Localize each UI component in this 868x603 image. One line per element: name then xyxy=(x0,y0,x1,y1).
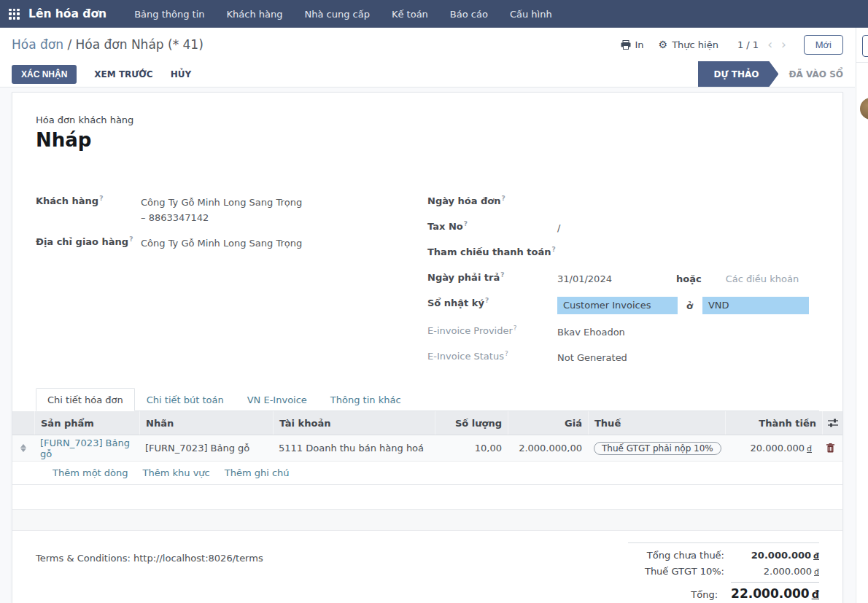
statusbar: DỰ THẢO ĐÃ VÀO SỔ xyxy=(698,61,843,87)
preview-button[interactable]: XEM TRƯỚC xyxy=(94,69,152,79)
nav-item-customers[interactable]: Khách hàng xyxy=(227,9,283,20)
action-menu-button[interactable]: ⚙ Thực hiện xyxy=(659,39,718,50)
in-label: ở xyxy=(686,298,693,314)
field-payment-ref: Tham chiếu thanh toán? xyxy=(427,246,819,261)
line-quantity[interactable]: 10,00 xyxy=(435,443,508,454)
status-posted[interactable]: ĐÃ VÀO SỔ xyxy=(778,61,843,87)
print-button[interactable]: In xyxy=(621,39,644,50)
chatter-divider xyxy=(856,62,868,63)
cancel-button[interactable]: HỦY xyxy=(171,69,191,79)
avatar[interactable] xyxy=(860,98,868,120)
field-einvoice-provider: E-invoice Provider? Bkav Ehoadon xyxy=(427,324,819,340)
help-icon: ? xyxy=(502,195,505,202)
trash-icon xyxy=(826,443,834,453)
column-header-account[interactable]: Tài khoản xyxy=(273,411,435,435)
total-tax-value: 2.000.000đ xyxy=(737,566,819,577)
sliders-icon xyxy=(828,419,838,427)
optional-columns-button[interactable] xyxy=(822,411,842,435)
delete-line-button[interactable] xyxy=(818,443,842,453)
payment-terms-input[interactable]: Các điều khoản xyxy=(726,271,799,287)
tax-no-input[interactable]: / xyxy=(557,220,560,236)
total-grand-value: 22.000.000đ xyxy=(731,582,819,601)
line-price[interactable]: 2.000.000,00 xyxy=(508,443,588,454)
nav-item-accounting[interactable]: Kế toán xyxy=(392,9,428,20)
lines-table-header: Sản phẩm Nhãn Tài khoản Số lượng Giá Thu… xyxy=(12,411,842,435)
invoice-name-title[interactable]: Nháp xyxy=(12,129,842,151)
chatter-panel-sliver xyxy=(856,28,868,603)
total-tax-label: Thuế GTGT 10%: xyxy=(645,566,724,577)
document-type-label: Hóa đơn khách hàng xyxy=(12,114,842,125)
pager: 1 / 1 ‹ › xyxy=(737,39,786,51)
pager-next-icon[interactable]: › xyxy=(781,39,786,51)
field-due-date: Ngày phải trả? 31/01/2024 hoặc Các điều … xyxy=(427,271,819,287)
chatter-button-fragment[interactable] xyxy=(862,35,868,57)
payment-ref-label: Tham chiếu thanh toán? xyxy=(427,246,557,257)
nav-item-settings[interactable]: Cấu hình xyxy=(510,9,552,20)
line-account[interactable]: 5111 Doanh thu bán hàng hoá xyxy=(273,443,435,454)
nav-item-reports[interactable]: Báo cáo xyxy=(450,9,488,20)
einvoice-status-value: Not Generated xyxy=(557,350,627,365)
totals-block: Tổng chưa thuế: 20.000.000đ Thuế GTGT 10… xyxy=(628,542,819,603)
gear-icon: ⚙ xyxy=(659,39,668,50)
add-line-link[interactable]: Thêm một dòng xyxy=(53,467,128,478)
total-tax-row: Thuế GTGT 10%: 2.000.000đ xyxy=(628,566,819,577)
customer-value[interactable]: Công Ty Gỗ Minh Long Sang Trọng – 886334… xyxy=(141,195,302,225)
due-date-input[interactable]: 31/01/2024 xyxy=(557,271,676,287)
einvoice-status-label: E-Invoice Status? xyxy=(427,350,557,362)
new-button[interactable]: Mới xyxy=(804,35,843,55)
column-header-quantity[interactable]: Số lượng xyxy=(435,411,508,435)
line-tax[interactable]: Thuế GTGT phải nộp 10% xyxy=(588,442,725,455)
field-einvoice-status: E-Invoice Status? Not Generated xyxy=(427,350,819,365)
journal-input[interactable]: Customer Invoices xyxy=(557,297,678,314)
tax-pill[interactable]: Thuế GTGT phải nộp 10% xyxy=(594,442,721,455)
nav-item-dashboard[interactable]: Bảng thông tin xyxy=(134,9,204,20)
help-icon: ? xyxy=(129,236,133,243)
add-note-link[interactable]: Thêm ghi chú xyxy=(225,467,290,478)
currency-input[interactable]: VND xyxy=(702,297,809,314)
total-untaxed-value: 20.000.000đ xyxy=(737,550,819,561)
column-header-label[interactable]: Nhãn xyxy=(139,411,273,435)
field-tax-no: Tax No? / xyxy=(427,220,819,236)
breadcrumb: Hóa đơn / Hóa đơn Nháp (* 41) xyxy=(12,37,204,52)
line-label[interactable]: [FURN_7023] Bảng gỗ xyxy=(139,443,273,454)
tab-other-info[interactable]: Thông tin khác xyxy=(319,388,413,411)
field-delivery-address: Địa chỉ giao hàng? Công Ty Gỗ Minh Long … xyxy=(36,236,427,251)
invoice-date-label: Ngày hóa đơn? xyxy=(427,195,557,206)
pager-previous-icon[interactable]: ‹ xyxy=(767,39,772,51)
apps-grid-icon[interactable] xyxy=(9,9,20,20)
tab-invoice-lines[interactable]: Chi tiết hóa đơn xyxy=(36,388,135,411)
tab-journal-items[interactable]: Chi tiết bút toán xyxy=(135,388,236,411)
delivery-address-value[interactable]: Công Ty Gỗ Minh Long Sang Trọng xyxy=(141,236,302,251)
field-invoice-date: Ngày hóa đơn? xyxy=(427,195,819,210)
field-customer: Khách hàng? Công Ty Gỗ Minh Long Sang Tr… xyxy=(36,195,427,225)
or-label: hoặc xyxy=(676,271,702,287)
app-name[interactable]: Lên hóa đơn xyxy=(28,7,106,20)
terms-and-conditions[interactable]: Terms & Conditions: http://localhost:802… xyxy=(36,553,263,603)
breadcrumb-current: Hóa đơn Nháp (* 41) xyxy=(76,37,204,52)
table-empty-area xyxy=(12,485,842,509)
status-draft[interactable]: DỰ THẢO xyxy=(698,61,779,87)
confirm-button[interactable]: XÁC NHẬN xyxy=(12,65,77,84)
column-header-subtotal[interactable]: Thành tiền xyxy=(725,411,822,435)
invoice-line-row[interactable]: [FURN_7023] Bảng gỗ [FURN_7023] Bảng gỗ … xyxy=(12,435,842,462)
line-product[interactable]: [FURN_7023] Bảng gỗ xyxy=(34,437,139,459)
total-grand-label: Tổng: xyxy=(691,589,718,600)
notebook-tabs: Chi tiết hóa đơn Chi tiết bút toán VN E-… xyxy=(36,387,819,411)
breadcrumb-invoices-link[interactable]: Hóa đơn xyxy=(12,37,63,52)
einvoice-provider-value: Bkav Ehoadon xyxy=(557,324,625,340)
line-subtotal: 20.000.000đ xyxy=(725,443,818,454)
table-footer-strip xyxy=(12,509,842,531)
drag-handle-icon[interactable] xyxy=(12,444,34,452)
column-header-price[interactable]: Giá xyxy=(508,411,588,435)
help-icon: ? xyxy=(551,246,555,253)
help-icon: ? xyxy=(505,350,508,357)
add-section-link[interactable]: Thêm khu vực xyxy=(143,467,210,478)
help-icon: ? xyxy=(464,220,468,227)
column-header-tax[interactable]: Thuế xyxy=(588,411,725,435)
line-add-links: Thêm một dòng Thêm khu vực Thêm ghi chú xyxy=(12,462,842,485)
total-untaxed-row: Tổng chưa thuế: 20.000.000đ xyxy=(628,550,819,561)
pager-value[interactable]: 1 / 1 xyxy=(737,39,759,50)
column-header-product[interactable]: Sản phẩm xyxy=(34,411,139,435)
tab-vn-einvoice[interactable]: VN E-Invoice xyxy=(236,388,319,411)
nav-item-vendors[interactable]: Nhà cung cấp xyxy=(304,9,369,20)
